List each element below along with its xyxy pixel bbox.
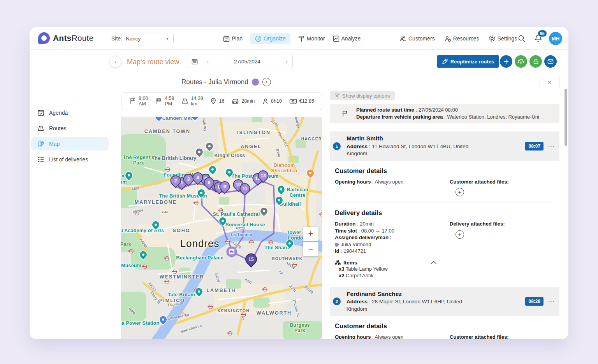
map-road-label: York Wy bbox=[201, 117, 208, 131]
calendar-picker-button[interactable] bbox=[187, 55, 202, 68]
site-selector[interactable]: Nancy ▼ bbox=[121, 33, 174, 44]
notification-count-badge: 95 bbox=[538, 30, 547, 37]
collapse-sidebar-button[interactable]: ‹ bbox=[109, 56, 121, 67]
map-road-label: A4202 bbox=[139, 238, 148, 248]
stat-drive-time: 28min bbox=[232, 98, 255, 105]
map-poi-label: The Regent'sPark bbox=[123, 155, 154, 166]
underground-icon bbox=[263, 287, 267, 291]
map-zoom-out-button[interactable]: − bbox=[303, 242, 318, 256]
opening-hours: Opening hours : Always open bbox=[335, 334, 450, 339]
underground-icon bbox=[225, 240, 230, 244]
underground-icon bbox=[269, 240, 273, 244]
map-road-label: A104 bbox=[271, 119, 280, 127]
sidebar-item-list-of-deliveries[interactable]: List of deliveries bbox=[31, 153, 109, 166]
item-row: x3 Table Lamp Yellow bbox=[339, 266, 559, 273]
map-poi-pin bbox=[151, 220, 160, 229]
map-road-label: A2 bbox=[278, 269, 284, 275]
sidebar-item-agenda[interactable]: Agenda bbox=[31, 106, 109, 119]
date-navigator: ‹ 27/05/2024 › bbox=[187, 55, 293, 68]
map-road-label: Grosvenor Rd bbox=[166, 313, 190, 321]
next-day-button[interactable]: › bbox=[281, 55, 292, 68]
sidebar-item-map[interactable]: Map bbox=[31, 137, 109, 150]
lock-button[interactable] bbox=[529, 55, 542, 68]
tab-monitor[interactable]: Monitor bbox=[298, 35, 325, 42]
map-poi-label: Barbican Centre bbox=[285, 187, 310, 198]
plus-icon bbox=[503, 58, 509, 65]
add-customer-file-button[interactable]: + bbox=[456, 188, 464, 196]
add-button[interactable] bbox=[500, 55, 512, 68]
primary-nav: Plan Organize Monitor Analyze bbox=[223, 27, 361, 50]
map-zoom-in-button[interactable]: + bbox=[303, 227, 318, 241]
map-stop-marker-15[interactable]: 15 bbox=[243, 251, 259, 267]
map-poi-label: King's Cross bbox=[215, 153, 245, 158]
underground-icon bbox=[320, 212, 323, 216]
map-road-label: B144 bbox=[275, 148, 281, 157]
route-title: Routes - Julia Virmond bbox=[181, 78, 248, 86]
map-road-label: A302 bbox=[244, 277, 253, 285]
tab-plan[interactable]: Plan bbox=[223, 35, 243, 42]
map-poi-pin bbox=[190, 117, 200, 121]
sidebar-item-routes[interactable]: Routes bbox=[31, 122, 109, 135]
car-icon bbox=[232, 98, 239, 105]
email-button[interactable] bbox=[544, 55, 557, 68]
road-icon bbox=[181, 98, 188, 105]
nav-customers[interactable]: Customers bbox=[399, 35, 435, 42]
map-district-label: SOHO bbox=[173, 228, 190, 233]
map-district-label: HAGGERSTON bbox=[301, 137, 322, 141]
stop-menu-button[interactable]: ... bbox=[548, 142, 555, 150]
map-poi-label: a Power Station bbox=[122, 320, 160, 326]
stop-card-header-1[interactable]: 1 Martin Smith Address : 11 Howland St, … bbox=[330, 131, 559, 161]
avatar[interactable]: MH bbox=[549, 32, 562, 45]
map-canvas[interactable]: CAMDEN TOWNISLINGTONANGELHAGGERSTONMARYL… bbox=[121, 117, 322, 339]
envelope-icon bbox=[547, 59, 554, 64]
next-route-button[interactable]: › bbox=[262, 78, 271, 86]
customer-name: Martin Smith bbox=[346, 135, 475, 142]
site-selector-value: Nancy bbox=[126, 36, 141, 42]
stop-card-header-2[interactable]: 2 Ferdinand Sanchez Address : 28 Maple S… bbox=[330, 287, 559, 317]
map-poi-label: Camden Mkt bbox=[162, 117, 192, 121]
sitemap-icon bbox=[335, 260, 341, 265]
map-road-label: A3036 bbox=[214, 272, 221, 283]
underground-icon bbox=[165, 280, 169, 284]
map-district-label: LAMBETH bbox=[206, 288, 236, 293]
map-road-label: A2206 bbox=[304, 285, 314, 295]
customer-details-title: Customer details bbox=[335, 167, 559, 175]
map-poi-pin bbox=[208, 164, 217, 174]
tab-analyze[interactable]: Analyze bbox=[333, 35, 361, 42]
nav-settings[interactable]: Settings bbox=[489, 35, 517, 42]
items-toggle[interactable]: Items bbox=[335, 260, 437, 266]
search-button[interactable] bbox=[518, 35, 526, 42]
add-delivery-file-button[interactable]: + bbox=[456, 230, 464, 239]
stat-distance: 14.28km bbox=[181, 96, 203, 107]
cloud-download-button[interactable] bbox=[515, 55, 527, 68]
person-gear-icon bbox=[444, 35, 451, 42]
assigned-deliveryman-label: Assigned deliveryman : bbox=[335, 234, 450, 241]
vehicle-marker[interactable] bbox=[227, 247, 237, 257]
reoptimize-routes-button[interactable]: Reoptimize routes bbox=[437, 55, 499, 68]
underground-icon bbox=[135, 211, 139, 215]
stop-menu-button[interactable]: ... bbox=[548, 298, 555, 306]
map-road-label: Ebury St bbox=[150, 290, 161, 304]
tab-organize[interactable]: Organize bbox=[250, 33, 290, 44]
show-display-options-button[interactable]: Show display options bbox=[330, 91, 395, 100]
close-panel-button[interactable]: × bbox=[540, 76, 559, 88]
banknote-icon bbox=[289, 98, 297, 104]
brand-logo[interactable]: AntsRoute bbox=[38, 32, 94, 44]
panel-scrollbar-thumb[interactable] bbox=[565, 89, 567, 146]
nav-resources[interactable]: Resources bbox=[444, 35, 479, 42]
previous-day-button[interactable]: ‹ bbox=[202, 55, 214, 68]
chevron-up-icon bbox=[431, 261, 437, 264]
underground-icon bbox=[242, 213, 246, 217]
rocket-icon bbox=[442, 59, 448, 65]
route-start-info: Planned route start time : 27/05/2024 08… bbox=[330, 104, 559, 123]
pin-icon bbox=[210, 98, 216, 105]
delivery-duration: Duration : 20min bbox=[335, 220, 450, 228]
underground-icon bbox=[165, 167, 170, 172]
delivery-id: Id : 19044721 bbox=[335, 248, 450, 255]
map-poi-label: Buckingham Palace bbox=[176, 255, 223, 261]
map-poi-pin bbox=[276, 184, 286, 194]
checklist-icon bbox=[37, 156, 44, 163]
underground-icon bbox=[228, 331, 232, 335]
map-poi-pin bbox=[274, 195, 284, 205]
underground-icon bbox=[292, 262, 297, 267]
